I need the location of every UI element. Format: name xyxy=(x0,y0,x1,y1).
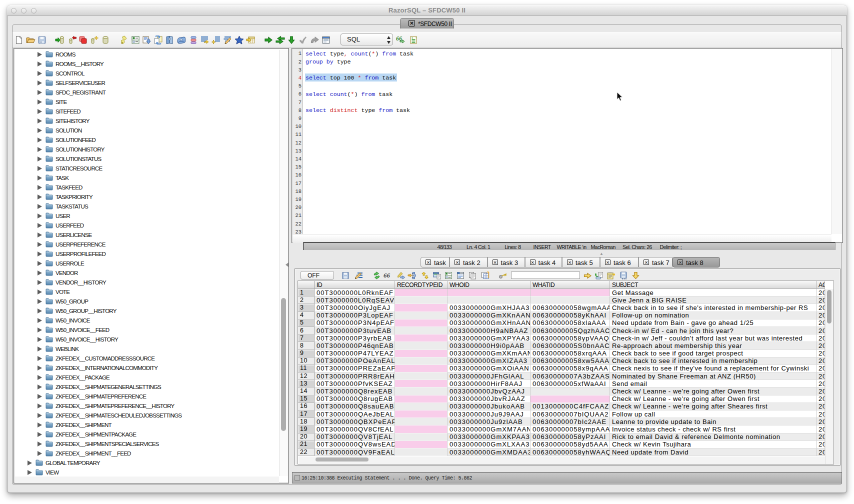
svg-text:66: 66 xyxy=(384,272,390,279)
